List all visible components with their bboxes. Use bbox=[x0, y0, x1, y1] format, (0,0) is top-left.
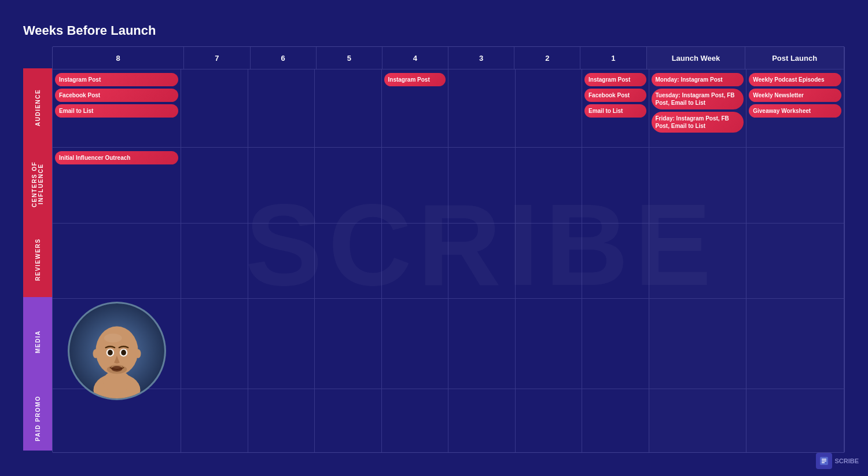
cell-centers-week5 bbox=[314, 148, 381, 223]
tag-email-list-w8: Email to List bbox=[55, 104, 178, 118]
tag-weekly-podcast: Weekly Podcast Episodes bbox=[749, 73, 841, 86]
svg-point-10 bbox=[121, 350, 126, 356]
scribe-svg bbox=[819, 456, 829, 466]
tag-facebook-post-w8: Facebook Post bbox=[55, 89, 178, 102]
header-week2: 2 bbox=[514, 47, 580, 69]
tag-email-list-w1: Email to List bbox=[584, 104, 646, 118]
header-week1: 1 bbox=[580, 47, 646, 69]
cell-centers-week4 bbox=[381, 148, 448, 223]
cell-audience-week5 bbox=[314, 69, 381, 147]
header-week7: 7 bbox=[183, 47, 249, 69]
cell-audience-week2 bbox=[515, 69, 582, 147]
cell-paid-week1 bbox=[582, 389, 649, 453]
cell-paid-week4 bbox=[381, 389, 448, 453]
header-week3: 3 bbox=[448, 47, 514, 69]
cell-centers-week3 bbox=[448, 148, 515, 223]
scribe-logo: SCRIBE bbox=[816, 453, 859, 469]
header-week4: 4 bbox=[382, 47, 448, 69]
tag-monday-instagram: Monday: Instagram Post bbox=[652, 73, 744, 86]
cell-reviewers-launch bbox=[649, 224, 746, 299]
cell-audience-week3 bbox=[448, 69, 515, 147]
row-centers: Initial Influencer Outreach bbox=[53, 147, 844, 223]
row-paid-promo bbox=[53, 389, 844, 453]
cell-media-week5 bbox=[314, 299, 381, 388]
cell-media-week7 bbox=[181, 299, 248, 388]
cell-reviewers-week2 bbox=[515, 224, 582, 299]
scribe-text: SCRIBE bbox=[834, 457, 859, 464]
cell-media-week6 bbox=[248, 299, 315, 388]
cell-paid-post bbox=[746, 389, 844, 453]
cell-centers-post bbox=[746, 148, 844, 223]
cell-audience-week6 bbox=[248, 69, 315, 147]
row-labels: AUDIENCE CENTERS OFINFLUENCE REVIEWERS M… bbox=[23, 46, 52, 453]
row-label-paid-promo: PAID PROMO bbox=[23, 387, 52, 451]
cell-centers-week1 bbox=[582, 148, 649, 223]
header-post-launch: Post Launch bbox=[745, 47, 844, 69]
cell-reviewers-week1 bbox=[582, 224, 649, 299]
grid-layout: AUDIENCE CENTERS OFINFLUENCE REVIEWERS M… bbox=[23, 46, 845, 453]
cell-centers-week2 bbox=[515, 148, 582, 223]
cell-audience-launch: Monday: Instagram Post Tuesday: Instagra… bbox=[649, 69, 746, 147]
cell-paid-week7 bbox=[181, 389, 248, 453]
header-week6: 6 bbox=[250, 47, 316, 69]
cell-centers-week8: Initial Influencer Outreach bbox=[53, 148, 181, 223]
cell-paid-week5 bbox=[314, 389, 381, 453]
svg-point-18 bbox=[120, 367, 122, 368]
svg-point-16 bbox=[115, 368, 116, 369]
tag-facebook-post-w1: Facebook Post bbox=[584, 89, 646, 102]
row-audience: Instagram Post Facebook Post Email to Li… bbox=[53, 69, 844, 147]
svg-point-19 bbox=[111, 366, 112, 367]
tag-instagram-post-w4: Instagram Post bbox=[384, 73, 446, 86]
row-label-audience: AUDIENCE bbox=[23, 68, 52, 147]
schedule-grid: 8 7 6 5 4 3 2 1 Launch Week Post Launch … bbox=[52, 46, 845, 453]
cell-media-week4 bbox=[381, 299, 448, 388]
tag-instagram-post-w1: Instagram Post bbox=[584, 73, 646, 86]
cell-media-week3 bbox=[448, 299, 515, 388]
cell-audience-week8: Instagram Post Facebook Post Email to Li… bbox=[53, 69, 181, 147]
row-media bbox=[53, 298, 844, 388]
header-launch: Launch Week bbox=[646, 47, 745, 69]
svg-point-9 bbox=[108, 350, 113, 356]
cell-media-post bbox=[746, 299, 844, 388]
cell-media-week8 bbox=[53, 299, 181, 388]
tag-weekly-newsletter: Weekly Newsletter bbox=[749, 89, 841, 102]
cell-paid-launch bbox=[649, 389, 746, 453]
svg-point-17 bbox=[117, 368, 119, 369]
header-row: 8 7 6 5 4 3 2 1 Launch Week Post Launch bbox=[53, 47, 844, 69]
avatar bbox=[68, 302, 166, 400]
cell-audience-week1: Instagram Post Facebook Post Email to Li… bbox=[582, 69, 649, 147]
cell-audience-week7 bbox=[181, 69, 248, 147]
avatar-image bbox=[69, 303, 164, 398]
page-title: Weeks Before Launch bbox=[23, 23, 845, 38]
cell-reviewers-week6 bbox=[248, 224, 315, 299]
main-container: Weeks Before Launch AUDIENCE CENTERS OFI… bbox=[23, 23, 845, 453]
cell-media-week2 bbox=[515, 299, 582, 388]
scribe-icon bbox=[816, 453, 832, 469]
cell-reviewers-week5 bbox=[314, 224, 381, 299]
tag-tuesday-multi: Tuesday: Instagram Post, FB Post, Email … bbox=[652, 89, 744, 109]
tag-initial-influencer: Initial Influencer Outreach bbox=[55, 151, 178, 164]
tag-giveaway-worksheet: Giveaway Worksheet bbox=[749, 104, 841, 118]
svg-point-12 bbox=[93, 349, 98, 358]
cell-media-week1 bbox=[582, 299, 649, 388]
cell-audience-post: Weekly Podcast Episodes Weekly Newslette… bbox=[746, 69, 844, 147]
cell-reviewers-week3 bbox=[448, 224, 515, 299]
cell-reviewers-week4 bbox=[381, 224, 448, 299]
cell-centers-launch bbox=[649, 148, 746, 223]
cell-media-launch bbox=[649, 299, 746, 388]
header-week5: 5 bbox=[316, 47, 382, 69]
cell-centers-week6 bbox=[248, 148, 315, 223]
header-week8: 8 bbox=[53, 47, 183, 69]
svg-point-4 bbox=[104, 334, 122, 342]
cell-audience-week4: Instagram Post bbox=[381, 69, 448, 147]
cell-paid-week2 bbox=[515, 389, 582, 453]
svg-point-20 bbox=[122, 366, 123, 367]
row-label-centers: CENTERS OFINFLUENCE bbox=[23, 147, 52, 222]
row-reviewers bbox=[53, 223, 844, 299]
tag-friday-multi: Friday: Instagram Post, FB Post, Email t… bbox=[652, 112, 744, 133]
row-label-media: MEDIA bbox=[23, 297, 52, 387]
cell-reviewers-week8 bbox=[53, 224, 181, 299]
cell-reviewers-week7 bbox=[181, 224, 248, 299]
row-label-reviewers: REVIEWERS bbox=[23, 222, 52, 297]
svg-point-14 bbox=[106, 365, 127, 374]
